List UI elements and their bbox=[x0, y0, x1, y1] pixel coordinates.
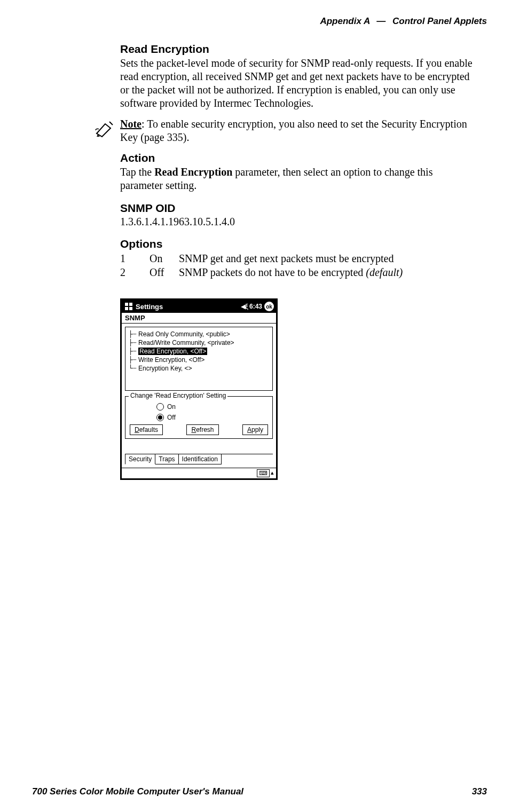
running-header: Appendix A — Control Panel Applets bbox=[320, 16, 487, 27]
opt-num: 1 bbox=[120, 251, 150, 265]
radio-icon bbox=[156, 403, 164, 411]
group-legend: Change 'Read Encryption' Setting bbox=[129, 392, 227, 399]
start-icon[interactable] bbox=[124, 302, 133, 311]
header-section: Control Panel Applets bbox=[392, 16, 487, 26]
footer-title: 700 Series Color Mobile Computer User's … bbox=[32, 786, 243, 797]
window-title: Settings bbox=[136, 303, 240, 311]
tree-item-read-encryption[interactable]: ├┄Read Encryption, <Off> bbox=[129, 348, 270, 355]
settings-screenshot: Settings ◀ξ 6:43 ok SNMP ├┄Read Only Com… bbox=[120, 298, 278, 480]
speaker-icon[interactable]: ◀ξ bbox=[241, 303, 248, 310]
note-label: Note bbox=[120, 118, 141, 130]
tab-security[interactable]: Security bbox=[125, 454, 155, 464]
svg-rect-1 bbox=[129, 303, 132, 306]
options-row: 1 On SNMP get and get next packets must … bbox=[120, 251, 475, 265]
sip-arrow-icon[interactable]: ▴ bbox=[271, 469, 274, 477]
read-encryption-body: Sets the packet-level mode of security f… bbox=[120, 57, 475, 110]
opt-num: 2 bbox=[120, 265, 150, 279]
note-body: To enable security encryption, you also … bbox=[120, 118, 467, 143]
note-block: Note: To enable security encryption, you… bbox=[95, 117, 475, 144]
refresh-button[interactable]: Refresh bbox=[186, 424, 218, 435]
change-setting-group: Change 'Read Encryption' Setting On Off … bbox=[125, 396, 273, 439]
titlebar: Settings ◀ξ 6:43 ok bbox=[122, 300, 276, 313]
snmp-panel: ├┄Read Only Community, <public> ├┄Read/W… bbox=[122, 324, 276, 468]
header-dash: — bbox=[376, 16, 386, 26]
note-hand-icon bbox=[95, 119, 116, 140]
action-body: Tap the Read Encryption parameter, then … bbox=[120, 165, 475, 192]
tree-item-encryption-key[interactable]: └┄Encryption Key, <> bbox=[129, 365, 270, 372]
radio-off[interactable]: Off bbox=[156, 414, 268, 421]
tabs: Security Traps Identification bbox=[125, 454, 273, 464]
radio-on-label: On bbox=[167, 403, 176, 411]
header-appendix: Appendix A bbox=[320, 16, 369, 26]
opt-val: On bbox=[150, 251, 179, 265]
button-row: Defaults Refresh Apply bbox=[130, 424, 268, 435]
radio-off-label: Off bbox=[167, 414, 176, 421]
opt-val: Off bbox=[150, 265, 179, 279]
page-footer: 700 Series Color Mobile Computer User's … bbox=[32, 786, 487, 797]
svg-rect-2 bbox=[125, 307, 128, 310]
svg-rect-3 bbox=[129, 307, 132, 310]
page-content: Read Encryption Sets the packet-level mo… bbox=[120, 43, 475, 480]
tree-item-write-encryption[interactable]: ├┄Write Encryption, <Off> bbox=[129, 356, 270, 364]
keyboard-icon[interactable]: ⌨ bbox=[257, 469, 270, 477]
tree-item-readwrite-community[interactable]: ├┄Read/Write Community, <private> bbox=[129, 339, 270, 346]
snmp-oid-title: SNMP OID bbox=[120, 202, 475, 215]
snmp-oid-value: 1.3.6.1.4.1.1963.10.5.1.4.0 bbox=[120, 216, 475, 228]
opt-desc: SNMP get and get next packets must be en… bbox=[179, 251, 475, 265]
page-number: 333 bbox=[472, 786, 487, 797]
radio-on[interactable]: On bbox=[156, 403, 268, 411]
options-table: 1 On SNMP get and get next packets must … bbox=[120, 251, 475, 279]
tab-identification[interactable]: Identification bbox=[178, 454, 222, 464]
sip-bar: ⌨ ▴ bbox=[122, 468, 276, 478]
opt-desc: SNMP packets do not have to be encrypted… bbox=[179, 265, 475, 279]
action-param: Read Encryption bbox=[154, 166, 232, 178]
note-sep: : bbox=[141, 118, 147, 130]
snmp-tree[interactable]: ├┄Read Only Community, <public> ├┄Read/W… bbox=[125, 327, 273, 391]
options-title: Options bbox=[120, 238, 475, 250]
apply-button[interactable]: Apply bbox=[242, 424, 268, 435]
svg-rect-0 bbox=[125, 303, 128, 306]
clock: 6:43 bbox=[249, 303, 262, 310]
action-pre: Tap the bbox=[120, 166, 154, 178]
note-text: Note: To enable security encryption, you… bbox=[120, 117, 475, 144]
tree-item-read-only-community[interactable]: ├┄Read Only Community, <public> bbox=[129, 330, 270, 338]
tab-traps[interactable]: Traps bbox=[155, 454, 178, 464]
defaults-button[interactable]: Defaults bbox=[130, 424, 163, 435]
app-title: SNMP bbox=[122, 313, 276, 324]
action-title: Action bbox=[120, 152, 475, 164]
read-encryption-title: Read Encryption bbox=[120, 43, 475, 56]
ok-button[interactable]: ok bbox=[264, 302, 274, 311]
radio-icon bbox=[156, 414, 164, 421]
options-row: 2 Off SNMP packets do not have to be enc… bbox=[120, 265, 475, 279]
